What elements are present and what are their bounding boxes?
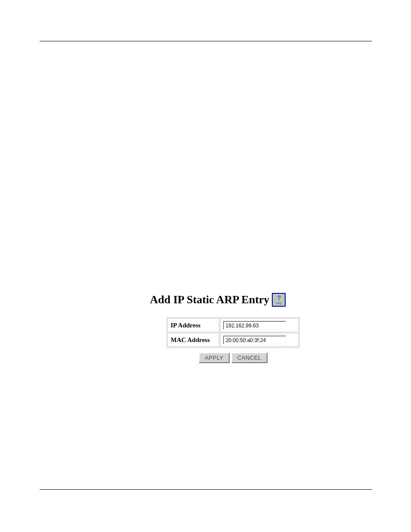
mac-address-input[interactable]	[223, 336, 286, 344]
table-row: IP Address	[168, 318, 299, 332]
ip-address-input[interactable]	[223, 321, 286, 330]
help-icon-label: Help	[276, 302, 282, 305]
dialog-titlebar: Add IP Static ARP Entry ? Help	[150, 293, 320, 307]
ip-address-cell	[220, 318, 299, 332]
dialog-title: Add IP Static ARP Entry	[150, 293, 269, 306]
form-table: IP Address MAC Address	[166, 317, 300, 348]
header-rule	[40, 41, 372, 41]
table-row: MAC Address	[168, 333, 299, 347]
page-container: Add IP Static ARP Entry ? Help IP Addres…	[0, 0, 411, 532]
apply-button[interactable]: APPLY	[199, 352, 229, 363]
add-ip-static-arp-dialog: Add IP Static ARP Entry ? Help IP Addres…	[150, 293, 320, 363]
mac-address-cell	[220, 333, 299, 347]
button-row: APPLY CANCEL	[166, 352, 300, 363]
ip-address-label: IP Address	[168, 318, 219, 332]
footer-rule	[40, 489, 372, 490]
mac-address-label: MAC Address	[168, 333, 219, 347]
help-button[interactable]: ? Help	[272, 293, 286, 307]
help-icon: ?	[277, 296, 281, 301]
cancel-button[interactable]: CANCEL	[231, 352, 268, 363]
